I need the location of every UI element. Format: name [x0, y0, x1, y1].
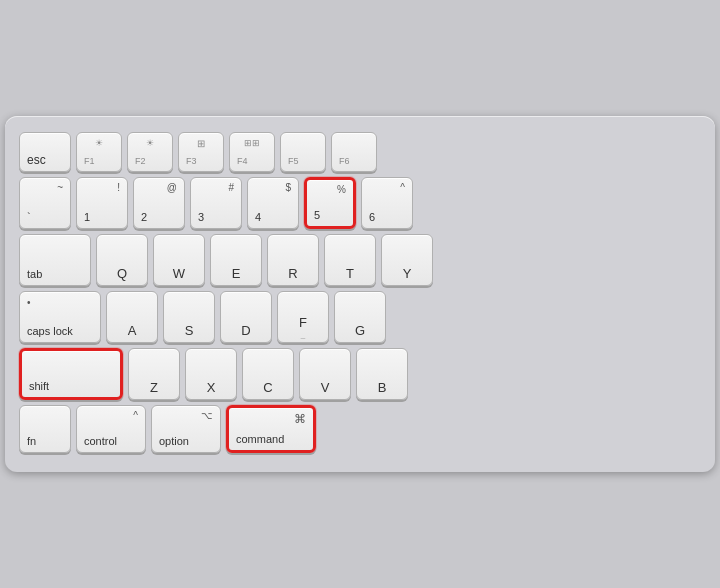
- key-e[interactable]: E: [210, 234, 262, 286]
- key-q[interactable]: Q: [96, 234, 148, 286]
- key-6[interactable]: ^ 6: [361, 177, 413, 229]
- key-esc[interactable]: esc: [19, 132, 71, 172]
- key-v[interactable]: V: [299, 348, 351, 400]
- key5-top: %: [337, 185, 346, 195]
- v-label: V: [307, 381, 343, 394]
- a-label: A: [114, 324, 150, 337]
- r-label: R: [275, 267, 311, 280]
- tab-label: tab: [27, 269, 42, 280]
- d-label: D: [228, 324, 264, 337]
- key-x[interactable]: X: [185, 348, 237, 400]
- key-2[interactable]: @ 2: [133, 177, 185, 229]
- key-command[interactable]: ⌘ command: [226, 405, 316, 453]
- f5-label: F5: [288, 157, 299, 166]
- fn-label: fn: [27, 436, 36, 447]
- key-f3[interactable]: ⊞ F3: [178, 132, 224, 172]
- key-3[interactable]: # 3: [190, 177, 242, 229]
- t-label: T: [332, 267, 368, 280]
- tilde-bottom: `: [27, 212, 31, 223]
- tilde-top: ~: [57, 183, 63, 193]
- option-icon: ⌥: [201, 411, 213, 421]
- key-tab[interactable]: tab: [19, 234, 91, 286]
- command-icon: ⌘: [294, 413, 306, 425]
- key-f2[interactable]: ☀ F2: [127, 132, 173, 172]
- y-label: Y: [389, 267, 425, 280]
- key4-top: $: [285, 183, 291, 193]
- key5-bottom: 5: [314, 210, 320, 221]
- key-w[interactable]: W: [153, 234, 205, 286]
- caps-dot: •: [27, 297, 31, 308]
- key-f[interactable]: _ F: [277, 291, 329, 343]
- key6-top: ^: [400, 183, 405, 193]
- g-label: G: [342, 324, 378, 337]
- key-option[interactable]: ⌥ option: [151, 405, 221, 453]
- caps-label: caps lock: [27, 326, 73, 337]
- asdf-key-row: • caps lock A S D _ F G: [19, 291, 701, 343]
- key-c[interactable]: C: [242, 348, 294, 400]
- f3-label: F3: [186, 157, 197, 166]
- key-f6[interactable]: F6: [331, 132, 377, 172]
- s-label: S: [171, 324, 207, 337]
- key4-bottom: 4: [255, 212, 261, 223]
- number-key-row: ~ ` ! 1 @ 2 # 3 $ 4 % 5 ^ 6: [19, 177, 701, 229]
- key3-bottom: 3: [198, 212, 204, 223]
- keyboard: esc ☀ F1 ☀ F2 ⊞ F3 ⊞⊞ F4 F5 F6 ~ `: [5, 116, 715, 472]
- key-1[interactable]: ! 1: [76, 177, 128, 229]
- f-underscore: _: [301, 330, 305, 339]
- qwerty-key-row: tab Q W E R T Y: [19, 234, 701, 286]
- fn-key-row: esc ☀ F1 ☀ F2 ⊞ F3 ⊞⊞ F4 F5 F6: [19, 132, 701, 172]
- f2-label: F2: [135, 157, 146, 166]
- key1-bottom: 1: [84, 212, 90, 223]
- key-control[interactable]: ^ control: [76, 405, 146, 453]
- control-icon: ^: [133, 411, 138, 421]
- f4-label: F4: [237, 157, 248, 166]
- key1-top: !: [117, 183, 120, 193]
- key-g[interactable]: G: [334, 291, 386, 343]
- f4-icon: ⊞⊞: [244, 138, 260, 148]
- w-label: W: [161, 267, 197, 280]
- key-5[interactable]: % 5: [304, 177, 356, 229]
- esc-label: esc: [27, 154, 46, 166]
- option-label: option: [159, 436, 189, 447]
- key-fn[interactable]: fn: [19, 405, 71, 453]
- command-label: command: [236, 434, 284, 445]
- f3-icon: ⊞: [197, 138, 205, 149]
- key-a[interactable]: A: [106, 291, 158, 343]
- key-4[interactable]: $ 4: [247, 177, 299, 229]
- key-r[interactable]: R: [267, 234, 319, 286]
- key-f5[interactable]: F5: [280, 132, 326, 172]
- key-s[interactable]: S: [163, 291, 215, 343]
- key-shift-left[interactable]: shift: [19, 348, 123, 400]
- f1-label: F1: [84, 157, 95, 166]
- key-tilde[interactable]: ~ `: [19, 177, 71, 229]
- key-f1[interactable]: ☀ F1: [76, 132, 122, 172]
- x-label: X: [193, 381, 229, 394]
- key-f4[interactable]: ⊞⊞ F4: [229, 132, 275, 172]
- zxcv-key-row: shift Z X C V B: [19, 348, 701, 400]
- z-label: Z: [136, 381, 172, 394]
- key6-bottom: 6: [369, 212, 375, 223]
- key2-top: @: [167, 183, 177, 193]
- key-caps-lock[interactable]: • caps lock: [19, 291, 101, 343]
- shift-label: shift: [29, 381, 49, 392]
- e-label: E: [218, 267, 254, 280]
- f2-icon: ☀: [146, 138, 154, 148]
- c-label: C: [250, 381, 286, 394]
- bottom-key-row: fn ^ control ⌥ option ⌘ command: [19, 405, 701, 453]
- f1-icon: ☀: [95, 138, 103, 148]
- key-d[interactable]: D: [220, 291, 272, 343]
- control-label: control: [84, 436, 117, 447]
- key3-top: #: [228, 183, 234, 193]
- key2-bottom: 2: [141, 212, 147, 223]
- f-label: F: [285, 316, 321, 329]
- b-label: B: [364, 381, 400, 394]
- q-label: Q: [104, 267, 140, 280]
- key-b[interactable]: B: [356, 348, 408, 400]
- f6-label: F6: [339, 157, 350, 166]
- key-y[interactable]: Y: [381, 234, 433, 286]
- key-t[interactable]: T: [324, 234, 376, 286]
- key-z[interactable]: Z: [128, 348, 180, 400]
